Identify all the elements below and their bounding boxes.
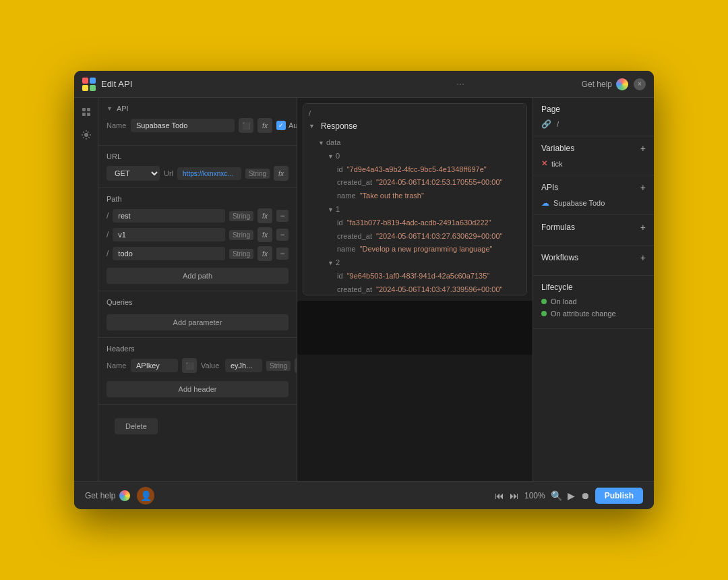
queries-section: Queries Add parameter: [98, 291, 297, 338]
path-indicator: /: [309, 109, 521, 117]
url-section-label: URL: [107, 152, 289, 161]
method-select[interactable]: GET POST PUT DELETE: [107, 166, 160, 181]
play-button[interactable]: ▶: [568, 490, 575, 501]
headers-section: Headers Name ⬛ Value String fx − Add hea…: [98, 338, 297, 405]
path-input-0[interactable]: [113, 209, 225, 223]
get-help-button[interactable]: Get help: [582, 78, 628, 90]
queries-label: Queries: [107, 298, 289, 306]
path-fx-btn-1[interactable]: fx: [257, 227, 272, 242]
header-row: Name ⬛ Value String fx −: [107, 358, 289, 373]
publish-button[interactable]: Publish: [595, 488, 643, 504]
path-row-2: / String fx −: [107, 246, 289, 261]
item-0: ▼ 0 id "7d9e4a43-a9b2-4fcc-9bc5-4e1348ff…: [318, 150, 521, 203]
formulas-section-title: Formulas +: [541, 222, 646, 233]
user-avatar[interactable]: 👤: [137, 487, 154, 504]
lifecycle-dot-load: [541, 299, 547, 304]
page-item[interactable]: 🔗 /: [541, 119, 646, 129]
edit-api-panel: ▼ API Name ⬛ fx ✓ Auto fetch URL: [98, 98, 297, 481]
path-input-1[interactable]: [113, 228, 225, 241]
chevron-icon: ▼: [107, 105, 113, 112]
path-fx-btn-2[interactable]: fx: [257, 246, 272, 261]
dark-canvas-block: [297, 301, 533, 355]
api-item[interactable]: ☁ Supabase Todo: [541, 198, 646, 208]
header-value-label: Value: [201, 361, 221, 370]
apis-section-title: APIs +: [541, 182, 646, 193]
svg-rect-0: [82, 78, 88, 84]
svg-rect-5: [87, 108, 90, 111]
main-layout: ▼ API Name ⬛ fx ✓ Auto fetch URL: [74, 98, 654, 481]
on-load-item[interactable]: On load: [541, 297, 646, 306]
svg-rect-7: [87, 113, 90, 116]
delete-section: Delete: [98, 405, 297, 448]
item-1: ▼ 1 id "fa31b077-b819-4adc-acdb-2491a630…: [318, 203, 521, 256]
top-bar-right: Get help ×: [582, 78, 646, 90]
settings-icon[interactable]: [79, 127, 94, 142]
response-header: ▼ Response: [309, 121, 521, 131]
add-header-button[interactable]: Add header: [107, 381, 289, 397]
url-row: GET POST PUT DELETE Url String fx: [107, 166, 289, 181]
svg-rect-2: [82, 85, 88, 91]
on-attribute-change-item[interactable]: On attribute change: [541, 310, 646, 318]
svg-point-8: [84, 133, 88, 137]
zoom-level: 100%: [524, 491, 545, 500]
panel-title: Edit API: [101, 79, 341, 89]
url-fx-btn[interactable]: fx: [274, 166, 289, 181]
data-row: ▼ data: [318, 136, 521, 150]
variables-section-title: Variables +: [541, 143, 646, 154]
header-name-input[interactable]: [131, 359, 178, 372]
header-value-input[interactable]: [225, 359, 262, 372]
variable-item[interactable]: ✕ tick: [541, 159, 646, 168]
close-button[interactable]: ×: [634, 78, 646, 90]
rewind-button[interactable]: ⏮: [495, 490, 504, 501]
path-row-1: / String fx −: [107, 227, 289, 242]
name-label: Name: [107, 121, 127, 129]
item-2: ▼ 2 id "9e64b503-1af0-483f-941d-42a5c60a…: [318, 256, 521, 295]
path-row-0: / String fx −: [107, 208, 289, 223]
api-name-input[interactable]: [131, 119, 235, 132]
path-section-label: Path: [107, 195, 289, 203]
zoom-out-button[interactable]: 🔍: [551, 490, 562, 501]
header-icon-btn[interactable]: ⬛: [182, 358, 197, 373]
path-remove-btn-2[interactable]: −: [276, 248, 289, 260]
add-workflow-button[interactable]: +: [640, 252, 646, 263]
variables-section: Variables + ✕ tick: [533, 136, 654, 175]
fx-btn[interactable]: fx: [257, 118, 272, 133]
path-fx-btn-0[interactable]: fx: [257, 208, 272, 223]
bottom-ai-icon: [119, 490, 130, 501]
path-section: Path / String fx − / String fx − /: [98, 188, 297, 291]
apis-section: APIs + ☁ Supabase Todo: [533, 175, 654, 215]
bottom-get-help-button[interactable]: Get help: [85, 490, 130, 501]
auto-fetch-checkbox[interactable]: ✓: [276, 121, 286, 130]
add-parameter-button[interactable]: Add parameter: [107, 314, 289, 330]
icon-sidebar: [74, 98, 98, 481]
headers-label: Headers: [107, 345, 289, 353]
add-api-button[interactable]: +: [640, 182, 646, 193]
cloud-icon: ☁: [541, 198, 549, 208]
add-variable-button[interactable]: +: [640, 143, 646, 154]
response-panel[interactable]: / ▼ Response ▼ data ▼: [303, 103, 527, 295]
forward-button[interactable]: ⏭: [510, 490, 519, 501]
delete-button[interactable]: Delete: [115, 418, 158, 434]
page-section-title: Page: [541, 105, 646, 114]
playback-controls: ⏮ ⏭ 100% 🔍 ▶ ⏺ Publish: [495, 488, 643, 504]
path-input-2[interactable]: [113, 247, 225, 260]
record-button[interactable]: ⏺: [580, 490, 590, 501]
page-section: Page 🔗 /: [533, 98, 654, 136]
path-remove-btn-0[interactable]: −: [276, 210, 289, 222]
svg-rect-4: [82, 108, 86, 111]
add-formula-button[interactable]: +: [640, 222, 646, 233]
path-remove-btn-1[interactable]: −: [276, 229, 289, 241]
svg-rect-6: [82, 113, 86, 116]
header-name-label: Name: [107, 361, 127, 370]
pages-icon[interactable]: [79, 105, 94, 119]
svg-rect-3: [90, 85, 96, 91]
url-prefix-label: Url: [164, 169, 173, 177]
response-tree: ▼ data ▼ 0 id "7d9e4a43-a9b2-4fcc-9bc5: [309, 136, 521, 295]
top-bar: Edit API ⋯ Get help ×: [74, 71, 654, 98]
name-icon-btn[interactable]: ⬛: [239, 118, 253, 133]
lifecycle-dot-attr: [541, 311, 547, 316]
auto-fetch-label[interactable]: ✓ Auto fetch: [276, 121, 297, 130]
url-input[interactable]: [177, 167, 241, 180]
api-section-label: ▼ API: [107, 105, 289, 113]
add-path-button[interactable]: Add path: [107, 268, 289, 284]
